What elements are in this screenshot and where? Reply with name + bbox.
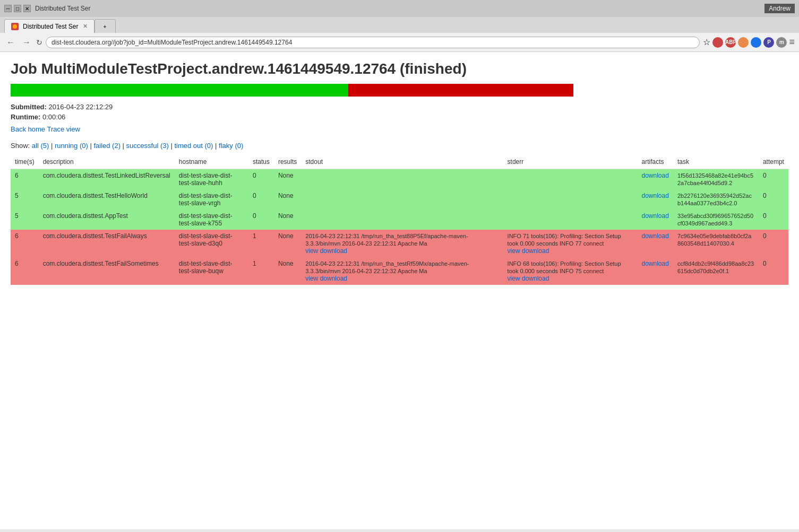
show-label: Show: — [11, 142, 30, 150]
cell-attempt: 0 — [759, 210, 788, 230]
cell-results: None — [274, 169, 301, 190]
browser-icons: ☆ ABP P m ≡ — [703, 37, 795, 48]
page-content: Job MultiModuleTestProject.andrew.146144… — [0, 52, 799, 529]
cell-attempt: 0 — [759, 230, 788, 257]
back-home-link[interactable]: Back home — [11, 125, 45, 133]
cell-status: 0 — [248, 169, 274, 190]
col-stderr: stderr — [503, 155, 638, 169]
maximize-button[interactable]: □ — [14, 5, 21, 12]
cell-attempt: 0 — [759, 189, 788, 210]
artifacts-download-link[interactable]: download — [642, 172, 669, 179]
runtime-value: 0:00:06 — [42, 113, 65, 121]
stderr-download-link[interactable]: download — [522, 275, 549, 282]
extension-icon-6[interactable]: m — [776, 37, 787, 48]
extension-icon-4[interactable] — [751, 37, 761, 48]
col-hostname: hostname — [175, 155, 248, 169]
filter-timed-out[interactable]: timed out (0) — [174, 142, 213, 150]
cell-task: ccf8d4db2c9f486dd98aa8c23615dc0d70db2e0f… — [673, 257, 759, 285]
cell-hostname: dist-test-slave-dist-test-slave-vrgh — [175, 189, 248, 210]
cell-stderr: INFO 71 tools(106): Profiling: Section S… — [503, 230, 638, 257]
cell-results: None — [274, 189, 301, 210]
cell-stderr — [503, 210, 638, 230]
cell-results: None — [274, 257, 301, 285]
cell-stdout — [301, 210, 503, 230]
col-time: time(s) — [11, 155, 39, 169]
runtime-label: Runtime: — [11, 113, 40, 121]
extension-icon-1[interactable] — [712, 37, 723, 48]
col-description: description — [39, 155, 175, 169]
url-bar[interactable] — [46, 37, 700, 48]
cell-time: 6 — [11, 169, 39, 190]
cell-task: 1f56d1325468a82e41e94bc52a7cbae44f04d5d9… — [673, 169, 759, 190]
cell-results: None — [274, 210, 301, 230]
cell-stdout — [301, 169, 503, 190]
submitted-label: Submitted: — [11, 103, 47, 111]
window-title: Distributed Test Ser — [35, 5, 760, 12]
cell-hostname: dist-test-slave-dist-test-slave-buqw — [175, 257, 248, 285]
filter-failed[interactable]: failed (2) — [93, 142, 121, 150]
table-row: 6com.cloudera.disttest.TestFailSometimes… — [11, 257, 788, 285]
stdout-view-link[interactable]: view — [305, 247, 318, 255]
filter-all[interactable]: all (5) — [32, 142, 49, 150]
close-button[interactable]: ✕ — [23, 5, 31, 12]
extension-icon-5[interactable]: P — [763, 37, 774, 48]
extension-icon-3[interactable] — [738, 37, 749, 48]
tab-label: Distributed Test Ser — [23, 23, 79, 30]
artifacts-download-link[interactable]: download — [642, 212, 669, 220]
cell-time: 5 — [11, 210, 39, 230]
stdout-download-link[interactable]: download — [320, 275, 347, 282]
col-artifacts: artifacts — [638, 155, 673, 169]
cell-attempt: 0 — [759, 169, 788, 190]
cell-status: 1 — [248, 257, 274, 285]
col-stdout: stdout — [301, 155, 503, 169]
cell-stderr: INFO 68 tools(106): Profiling: Section S… — [503, 257, 638, 285]
cell-description: com.cloudera.disttest.TestHelloWorld — [39, 189, 175, 210]
forward-button[interactable]: → — [20, 37, 33, 48]
filter-flaky[interactable]: flaky (0) — [219, 142, 243, 150]
col-status: status — [248, 155, 274, 169]
browser-window: ─ □ ✕ Distributed Test Ser Andrew Distri… — [0, 0, 799, 532]
artifacts-download-link[interactable]: download — [642, 192, 669, 199]
stderr-view-link[interactable]: view — [508, 275, 520, 282]
svg-point-0 — [13, 24, 17, 29]
cell-artifacts: download — [638, 210, 673, 230]
reload-button[interactable]: ↻ — [36, 38, 42, 47]
trace-view-link[interactable]: Trace view — [47, 125, 80, 133]
menu-icon[interactable]: ≡ — [789, 37, 795, 48]
stdout-view-link[interactable]: view — [305, 275, 318, 282]
cell-time: 5 — [11, 189, 39, 210]
bookmark-icon[interactable]: ☆ — [703, 37, 710, 47]
table-row: 5com.cloudera.disttest.TestHelloWorlddis… — [11, 189, 788, 210]
new-tab-button[interactable]: + — [94, 19, 116, 33]
title-bar: ─ □ ✕ Distributed Test Ser Andrew — [0, 0, 799, 17]
filter-running[interactable]: running (0) — [55, 142, 88, 150]
cell-stdout: 2016-04-23 22:12:31 /tmp/run_tha_testRf5… — [301, 257, 503, 285]
stderr-view-link[interactable]: view — [508, 247, 520, 255]
minimize-button[interactable]: ─ — [4, 5, 12, 12]
cell-artifacts: download — [638, 257, 673, 285]
window-controls[interactable]: ─ □ ✕ — [4, 5, 31, 12]
nav-links: Back home Trace view — [11, 125, 788, 133]
cell-description: com.cloudera.disttest.TestFailAlways — [39, 230, 175, 257]
cell-attempt: 0 — [759, 257, 788, 285]
submitted-value: 2016-04-23 22:12:29 — [49, 103, 113, 111]
extension-icon-2[interactable]: ABP — [725, 37, 736, 48]
artifacts-download-link[interactable]: download — [642, 260, 669, 267]
browser-tab[interactable]: Distributed Test Ser ✕ — [4, 19, 94, 33]
artifacts-download-link[interactable]: download — [642, 232, 669, 240]
submitted-info: Submitted: 2016-04-23 22:12:29 — [11, 103, 788, 111]
cell-time: 6 — [11, 257, 39, 285]
cell-status: 1 — [248, 230, 274, 257]
page-title: Job MultiModuleTestProject.andrew.146144… — [11, 60, 788, 77]
tab-bar: Distributed Test Ser ✕ + — [0, 17, 799, 33]
filter-successful[interactable]: successful (3) — [126, 142, 169, 150]
stderr-download-link[interactable]: download — [522, 247, 549, 255]
navigation-bar: ← → ↻ ☆ ABP P m ≡ — [0, 33, 799, 52]
filter-row: Show: all (5) | running (0) | failed (2)… — [11, 142, 788, 150]
cell-status: 0 — [248, 189, 274, 210]
user-badge: Andrew — [764, 4, 795, 13]
back-button[interactable]: ← — [4, 37, 17, 48]
tab-close-button[interactable]: ✕ — [83, 23, 88, 30]
stdout-download-link[interactable]: download — [320, 247, 347, 255]
progress-green — [11, 84, 348, 97]
